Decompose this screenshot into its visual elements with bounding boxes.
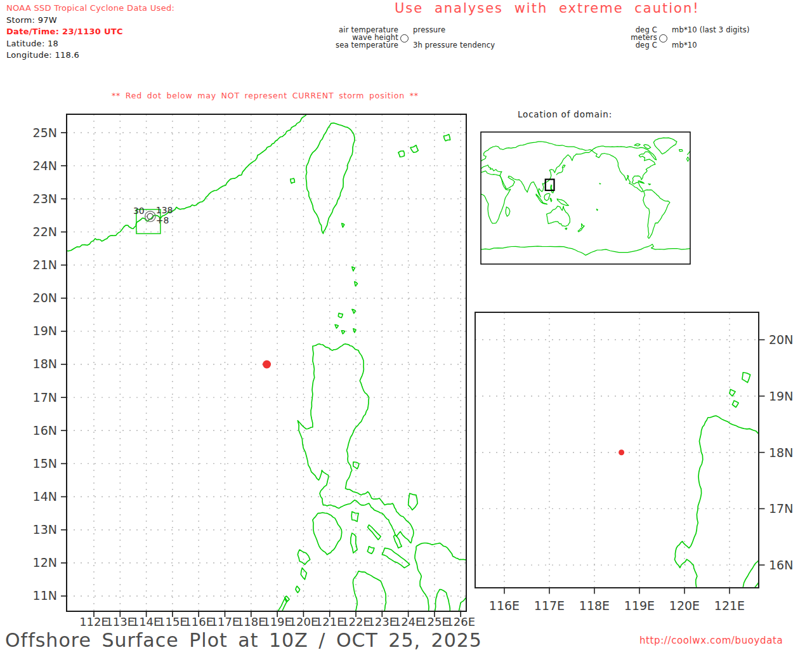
coastline bbox=[355, 282, 358, 286]
storm-position-dot bbox=[619, 449, 624, 455]
lat-axis-label: 11N bbox=[33, 588, 57, 602]
plot-title: Offshore Surface Plot at 10Z / OCT 25, 2… bbox=[5, 629, 482, 650]
zoom-map-area bbox=[475, 312, 761, 590]
lat-axis-label: 20N bbox=[769, 333, 793, 347]
coastline bbox=[398, 151, 405, 157]
lon-axis-label: 119E bbox=[624, 599, 655, 613]
lat-axis-label: 19N bbox=[33, 324, 57, 338]
coastline bbox=[648, 184, 651, 185]
coastline bbox=[291, 178, 295, 183]
map-plots-canvas: 25N24N23N22N21N20N19N18N17N16N15N14N13N1… bbox=[0, 0, 812, 650]
lon-axis-label: 123E bbox=[367, 615, 396, 628]
coastline bbox=[353, 571, 386, 614]
lat-axis-label: 18N bbox=[769, 446, 793, 460]
station-air-temp: 30 bbox=[133, 206, 145, 216]
lat-axis-label: 19N bbox=[769, 389, 793, 403]
coastline bbox=[306, 123, 355, 234]
lon-axis-label: 119E bbox=[263, 615, 292, 628]
lat-axis-label: 16N bbox=[33, 423, 57, 437]
coastline bbox=[335, 324, 338, 328]
coastline bbox=[394, 535, 402, 548]
coastline bbox=[565, 228, 567, 229]
coastline bbox=[551, 185, 554, 193]
coastline bbox=[367, 547, 374, 554]
coastline bbox=[557, 199, 568, 205]
coastline bbox=[634, 144, 640, 147]
lon-axis-label: 122E bbox=[341, 615, 370, 628]
coastline bbox=[351, 533, 357, 553]
coastline bbox=[353, 329, 356, 333]
coastline bbox=[415, 547, 429, 614]
coastline bbox=[506, 207, 510, 216]
lat-axis-label: 16N bbox=[769, 558, 793, 572]
lat-axis-label: 24N bbox=[33, 159, 57, 173]
coastline bbox=[732, 401, 738, 408]
lon-axis-label: 118E bbox=[237, 615, 266, 628]
coastline bbox=[298, 550, 310, 564]
coastline bbox=[481, 171, 511, 223]
lat-axis-label: 12N bbox=[33, 555, 57, 569]
lat-axis-label: 15N bbox=[33, 456, 57, 470]
coastline bbox=[578, 228, 582, 232]
coastline bbox=[481, 142, 592, 197]
lon-axis-label: 126E bbox=[446, 615, 475, 628]
surface-station-plot: 30138+8 bbox=[133, 205, 173, 225]
coastline bbox=[416, 543, 468, 560]
coastline bbox=[382, 548, 409, 567]
coastline bbox=[674, 416, 761, 590]
lon-axis-label: 114E bbox=[132, 615, 161, 628]
coastline bbox=[443, 135, 450, 141]
lon-axis-label: 115E bbox=[158, 615, 187, 628]
zoom-inset-border bbox=[475, 312, 759, 588]
coastline bbox=[338, 313, 343, 317]
lon-axis-label: 116E bbox=[184, 615, 213, 628]
lon-axis-label: 120E bbox=[289, 615, 318, 628]
coastline bbox=[342, 223, 344, 227]
lat-axis-label: 13N bbox=[33, 522, 57, 536]
world-inset-area bbox=[481, 138, 690, 255]
coastline bbox=[296, 586, 300, 592]
coastline bbox=[582, 223, 585, 228]
coastline bbox=[410, 145, 418, 153]
lon-axis-label: 116E bbox=[489, 599, 520, 613]
lat-axis-label: 18N bbox=[33, 357, 57, 371]
coastline bbox=[542, 202, 547, 204]
coastline bbox=[409, 493, 418, 510]
lon-axis-label: 118E bbox=[579, 599, 610, 613]
coastline bbox=[352, 267, 355, 271]
station-pressure: 138 bbox=[156, 205, 173, 215]
source-url-link[interactable]: http://coolwx.com/buoydata bbox=[639, 635, 783, 646]
station-3h-tendency: +8 bbox=[156, 215, 169, 225]
lat-axis-label: 22N bbox=[33, 225, 57, 239]
zoom-map-axes: 20N19N18N17N16N116E117E118E119E120E121E bbox=[489, 333, 794, 613]
lat-axis-label: 17N bbox=[769, 501, 793, 515]
coastline bbox=[592, 146, 657, 192]
lon-axis-label: 124E bbox=[394, 615, 423, 628]
coastline bbox=[435, 590, 450, 614]
coastline bbox=[550, 198, 552, 202]
coastline bbox=[687, 157, 690, 161]
station-inner-circle bbox=[147, 213, 153, 219]
coastline bbox=[599, 183, 601, 184]
coastline bbox=[544, 194, 550, 201]
lat-axis-label: 20N bbox=[33, 291, 57, 305]
storm-position-dot bbox=[263, 360, 271, 368]
coastline bbox=[547, 206, 570, 227]
lat-axis-label: 17N bbox=[33, 390, 57, 404]
coastline bbox=[352, 309, 355, 313]
coastline bbox=[301, 568, 306, 580]
coastline bbox=[353, 580, 357, 614]
lon-axis-label: 120E bbox=[669, 599, 700, 613]
lat-axis-label: 23N bbox=[33, 192, 57, 206]
coastline bbox=[341, 331, 344, 334]
lon-axis-label: 112E bbox=[79, 615, 108, 628]
lon-axis-label: 121E bbox=[315, 615, 344, 628]
coastline bbox=[353, 462, 359, 469]
main-map-axes: 25N24N23N22N21N20N19N18N17N16N15N14N13N1… bbox=[33, 126, 475, 629]
coastline bbox=[351, 512, 358, 522]
coastline bbox=[679, 150, 683, 152]
coastline bbox=[653, 138, 677, 154]
offshore-surface-plot-page: NOAA SSD Tropical Cyclone Data Used: Sto… bbox=[0, 0, 812, 650]
lat-axis-label: 21N bbox=[33, 258, 57, 272]
coastline bbox=[643, 190, 670, 238]
